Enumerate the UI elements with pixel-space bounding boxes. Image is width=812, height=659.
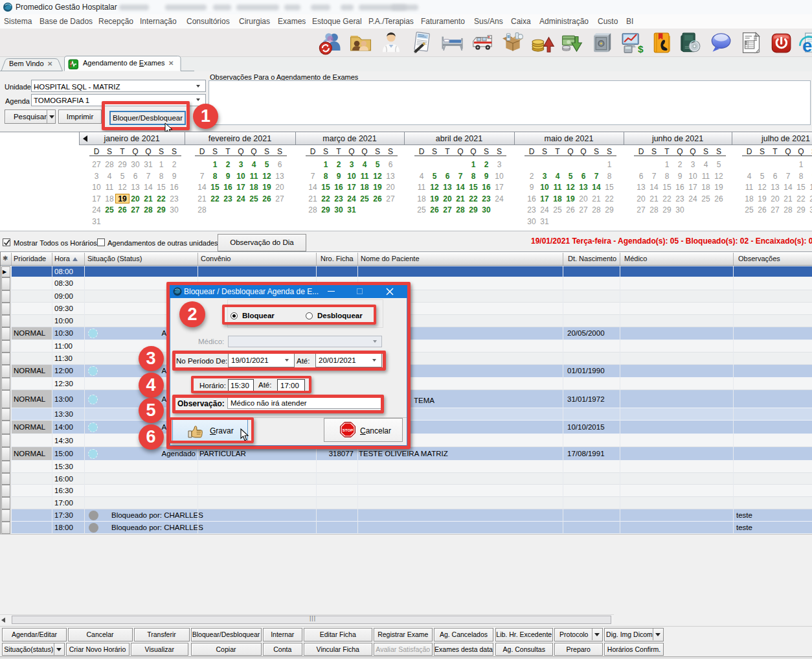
svg-text:e: e bbox=[802, 36, 812, 55]
svg-text:$: $ bbox=[638, 43, 644, 54]
